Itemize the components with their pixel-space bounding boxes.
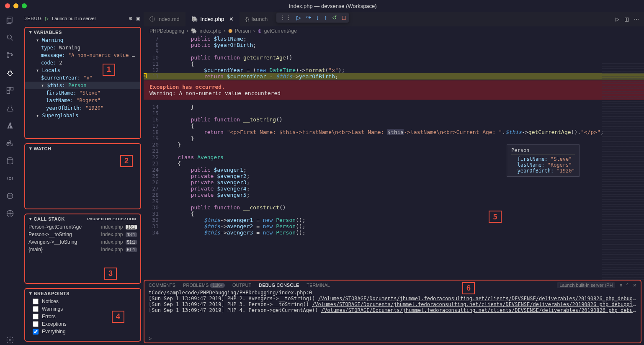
debug-sidebar: DEBUG ▷ Launch built-in server ⚙ ▣ ▾VARI… [20, 12, 144, 345]
gear-icon[interactable]: ⚙ [129, 16, 133, 21]
annotation-6: 6 [462, 282, 475, 294]
code-line[interactable]: 28 private $avenger5; [144, 192, 644, 198]
code-line[interactable]: 9 [144, 48, 644, 54]
code-line[interactable]: 10 public function getCurrentAge() [144, 54, 644, 61]
breakpoint-checkbox[interactable] [33, 314, 39, 319]
breakpoint-row[interactable]: Everything [25, 328, 140, 335]
close-window-icon[interactable] [5, 3, 10, 8]
split-editor-icon[interactable]: ◫ [624, 16, 629, 22]
breakpoint-checkbox[interactable] [33, 306, 39, 312]
continue-icon[interactable]: ▷ [296, 14, 301, 21]
code-line[interactable]: 18 return "<p>First Name: $this->firstNa… [144, 129, 644, 135]
var-row[interactable]: code: 2 [25, 59, 140, 67]
editor-tab[interactable]: ⓘindex.md [144, 12, 185, 26]
var-row[interactable]: lastName: "Rogers" [25, 97, 140, 104]
breakpoint-checkbox[interactable] [33, 299, 39, 304]
code-line[interactable]: 32 $this->avenger1 = new Person(); [144, 217, 644, 223]
variables-locals-group[interactable]: ▾ Locals [25, 67, 140, 74]
var-row[interactable]: type: Warning [25, 44, 140, 51]
close-panel-icon[interactable]: ✕ [633, 283, 636, 288]
debug-icon[interactable] [5, 68, 15, 78]
stop-icon[interactable]: □ [342, 14, 345, 21]
code-line[interactable]: 30 public function __construct() [144, 204, 644, 211]
code-line[interactable]: 34 $this->avenger3 = new Person(); [144, 229, 644, 236]
breakpoints-title: BREAKPOINTS [34, 291, 70, 296]
editor-tab[interactable]: {}launch [240, 12, 273, 26]
extensions-icon[interactable] [5, 85, 15, 95]
step-out-icon[interactable]: ↑ [324, 14, 327, 21]
code-line[interactable]: 14 } [144, 104, 644, 110]
code-line[interactable]: 15 [144, 110, 644, 116]
breadcrumb[interactable]: PHPDebugging › 🐘index.php › ⬢Person › ⊕g… [144, 26, 644, 36]
code-line[interactable]: 26 private $avenger3; [144, 179, 644, 185]
sql-icon[interactable] [5, 191, 15, 201]
debug-console[interactable]: tCode/samplecode/PHPDebugging/PHPDebuggi… [144, 290, 641, 335]
test-icon[interactable] [5, 103, 15, 113]
editor-tabs: ⓘindex.md🐘index.php✕{}launch ▷ ◫ ⋯ [144, 12, 644, 26]
collapse-icon[interactable]: ^ [626, 283, 629, 288]
tab-output[interactable]: OUTPUT [232, 283, 251, 288]
step-into-icon[interactable]: ↓ [316, 14, 319, 21]
callstack-row[interactable]: {main}index.php61:1 [25, 246, 140, 253]
console-line: [Sun Sep 1 13:09:47 2019] PHP 2. Avenger… [149, 296, 636, 301]
var-row[interactable]: firstName: "Steve" [25, 89, 140, 97]
terminal-panel: COMMENTS PROBLEMS 11K+ OUTPUT DEBUG CONS… [144, 280, 641, 343]
var-row[interactable]: message: "A non-numeric value encounte… [25, 51, 140, 59]
debug-config-select[interactable]: Launch built-in server [52, 16, 125, 21]
exception-banner: Exception has occurred. Warning: A non-n… [144, 80, 644, 100]
code-line[interactable]: 8 public $yearOfBirth; [144, 42, 644, 48]
step-over-icon[interactable]: ↷ [306, 14, 311, 21]
editor-tab[interactable]: 🐘index.php✕ [185, 12, 240, 26]
tab-terminal[interactable]: TERMINAL [307, 283, 330, 288]
filter-icon[interactable]: ≡ [619, 283, 622, 288]
debug-header: DEBUG ▷ Launch built-in server ⚙ ▣ [20, 12, 144, 25]
breakpoint-checkbox[interactable] [33, 329, 39, 335]
variables-warning-group[interactable]: ▾ Warning [25, 36, 140, 44]
azure-icon[interactable] [5, 121, 15, 131]
console-prompt[interactable]: > [144, 335, 641, 342]
code-line[interactable]: 33 $this->avenger2 = new Person(); [144, 223, 644, 229]
run-icon[interactable]: ▷ [616, 16, 619, 22]
code-editor[interactable]: 7 public $lastName;8 public $yearOfBirth… [144, 36, 644, 280]
terminal-filter[interactable]: Launch built-in server (PH [557, 282, 615, 288]
debug-toolbar[interactable]: ⋮⋮ ▷ ↷ ↓ ↑ ↺ □ [276, 13, 349, 23]
grip-icon[interactable]: ⋮⋮ [280, 14, 291, 21]
restart-icon[interactable]: ↺ [332, 14, 337, 21]
database-icon[interactable] [5, 156, 15, 166]
code-line[interactable]: 17 { [144, 123, 644, 129]
code-line[interactable]: 19 } [144, 135, 644, 142]
docker-icon[interactable] [5, 138, 15, 148]
tab-comments[interactable]: COMMENTS [149, 283, 175, 288]
files-icon[interactable] [5, 15, 15, 25]
callstack-row[interactable]: Person->__toStringindex.php18:1 [25, 231, 140, 238]
var-row[interactable]: $currentYear: "x" [25, 74, 140, 82]
callstack-row[interactable]: Person->getCurrentAgeindex.php13:1 [25, 223, 140, 231]
more-icon[interactable]: ⋯ [634, 16, 639, 22]
tab-problems[interactable]: PROBLEMS 11K+ [183, 283, 225, 288]
code-line[interactable]: 7 public $lastName; [144, 36, 644, 42]
code-line[interactable]: 13 return $currentYear - $this->yearOfBi… [144, 73, 644, 80]
console-icon[interactable]: ▣ [136, 16, 140, 21]
start-debug-icon[interactable]: ▷ [45, 16, 49, 21]
minimap[interactable] [602, 62, 644, 280]
breakpoint-checkbox[interactable] [33, 321, 39, 327]
code-line[interactable]: 27 private $avenger4; [144, 185, 644, 192]
minimize-window-icon[interactable] [13, 3, 18, 8]
breakpoint-row[interactable]: Notices [25, 298, 140, 305]
var-row[interactable]: yearOfBirth: "1920" [25, 104, 140, 112]
var-row[interactable]: ▾ $this: Person [25, 82, 140, 89]
search-icon[interactable] [5, 33, 15, 43]
code-line[interactable]: 16 public function __toString() [144, 116, 644, 123]
code-line[interactable]: 29 [144, 198, 644, 204]
code-line[interactable]: 31 { [144, 211, 644, 217]
code-line[interactable]: 12 $currentYear = (new DateTime)->format… [144, 67, 644, 73]
settings-icon[interactable] [5, 335, 15, 345]
code-line[interactable]: 11 { [144, 61, 644, 67]
remote-icon[interactable] [5, 209, 15, 219]
live-icon[interactable] [5, 173, 15, 183]
variables-superglobals-group[interactable]: ▾ Superglobals [25, 112, 140, 119]
source-control-icon[interactable] [5, 50, 15, 60]
tab-debug-console[interactable]: DEBUG CONSOLE [259, 283, 299, 288]
callstack-row[interactable]: Avengers->__toStringindex.php51:1 [25, 238, 140, 246]
maximize-window-icon[interactable] [22, 3, 27, 8]
